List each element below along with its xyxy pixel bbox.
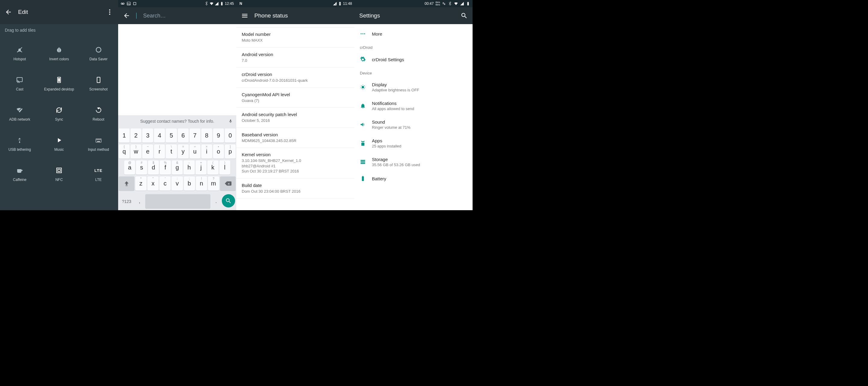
status-item[interactable]: Baseband versionMDM9625_104438.245.02.85… <box>236 128 354 148</box>
keyboard-key-e[interactable]: ~e <box>142 144 153 159</box>
keyboard-space-key[interactable] <box>145 194 210 208</box>
phone-status-panel: N 11:48 Phone status Model numberMoto MA… <box>236 0 354 210</box>
keyboard-key-d[interactable]: $d <box>148 160 159 175</box>
tile-reboot[interactable]: Reboot <box>79 99 118 129</box>
keyboard-key-g[interactable]: &g <box>172 160 183 175</box>
tile-screenshot[interactable]: Screenshot <box>79 69 118 99</box>
keyboard-key-x[interactable]: "x <box>147 176 158 190</box>
status-item[interactable]: Model numberMoto MAXX <box>236 27 354 48</box>
keyboard-key-n[interactable]: !n <box>196 176 207 190</box>
settings-item-storage[interactable]: Storage35.56 GB of 53.26 GB used <box>354 153 472 171</box>
keyboard-key-j[interactable]: +j <box>195 160 207 175</box>
tile-adb[interactable]: ADB network <box>0 99 39 129</box>
keyboard-key-z[interactable]: *z <box>135 176 147 190</box>
status-item[interactable]: Android version7.0 <box>236 48 354 68</box>
net-speed: 0b/s 0b/s <box>435 1 440 6</box>
keyboard-key-i[interactable]: ×i <box>201 144 212 159</box>
keyboard-comma-key[interactable]: , <box>135 194 144 208</box>
keyboard-search-key[interactable] <box>222 194 235 207</box>
keyboard-key-7[interactable]: 7 <box>190 128 200 143</box>
keyboard-key-p[interactable]: ]p <box>225 144 236 159</box>
back-icon[interactable] <box>123 12 130 19</box>
page-title: Settings <box>359 12 380 19</box>
status-list[interactable]: Model numberMoto MAXXAndroid version7.0c… <box>236 24 354 210</box>
keyboard-key-2[interactable]: 2 <box>130 128 141 143</box>
settings-item-more[interactable]: More <box>354 27 472 41</box>
page-title: Edit <box>18 9 28 16</box>
settings-item-battery[interactable]: Battery <box>354 171 472 186</box>
keyboard-period-key[interactable]: . <box>212 194 221 208</box>
keyboard-shift-key[interactable] <box>119 176 134 190</box>
keyboard-key-o[interactable]: •o <box>213 144 224 159</box>
keyboard-key-y[interactable]: =y <box>178 144 189 159</box>
keyboard-key-r[interactable]: |r <box>154 144 165 159</box>
tile-keyboard[interactable]: Input method <box>79 129 118 159</box>
settings-item-sound[interactable]: SoundRinger volume at 71% <box>354 115 472 134</box>
tile-nfc[interactable]: NFC <box>39 159 79 189</box>
tile-caffeine[interactable]: Caffeine <box>0 159 39 189</box>
svg-point-0 <box>109 9 110 10</box>
keyboard-suggestion-bar[interactable]: Suggest contact names? Touch for info. <box>118 115 236 127</box>
status-item[interactable]: crDroid versioncrDroidAndroid-7.0.0-2016… <box>236 67 354 88</box>
keyboard-key-4[interactable]: 4 <box>154 128 165 143</box>
keyboard-key-w[interactable]: }w <box>130 144 141 159</box>
keyboard-key-b[interactable]: ;b <box>184 176 195 190</box>
keyboard-key-u[interactable]: ÷u <box>190 144 200 159</box>
settings-item-display[interactable]: DisplayAdaptive brightness is OFF <box>354 78 472 96</box>
status-item[interactable]: CyanogenMod API levelGuava (7) <box>236 88 354 108</box>
settings-item-bell[interactable]: NotificationsAll apps allowed to send <box>354 96 472 115</box>
tile-sync[interactable]: Sync <box>39 99 79 129</box>
svg-rect-41 <box>361 160 365 161</box>
keyboard-key-s[interactable]: #s <box>136 160 147 175</box>
keyboard-key-c[interactable]: 'c <box>159 176 170 190</box>
search-results <box>118 24 236 108</box>
keyboard-backspace-key[interactable] <box>220 176 236 190</box>
keyboard-key-f[interactable]: %f <box>160 160 170 175</box>
tile-music[interactable]: Music <box>39 129 79 159</box>
keyboard-key-h[interactable]: -h <box>184 160 194 175</box>
keyboard-symbols-key[interactable]: ?123 <box>119 194 134 208</box>
keyboard-key-6[interactable]: 6 <box>178 128 189 143</box>
keyboard-key-0[interactable]: 0 <box>225 128 236 143</box>
svg-rect-13 <box>96 139 101 142</box>
tile-invert[interactable]: Invert colors <box>39 38 79 69</box>
settings-list[interactable]: More crDroid crDroid Settings Device Dis… <box>354 24 472 210</box>
keyboard-key-v[interactable]: :v <box>172 176 183 190</box>
svg-point-1 <box>109 11 110 13</box>
battery-icon <box>466 1 470 6</box>
keyboard-key-t[interactable]: \t <box>166 144 177 159</box>
tile-usb[interactable]: USB tethering <box>0 129 39 159</box>
keyboard-key-k[interactable]: (k <box>207 160 218 175</box>
settings-item-apps[interactable]: Apps25 apps installed <box>354 134 472 153</box>
nfc-icon <box>56 167 63 174</box>
keyboard-key-q[interactable]: {q <box>119 144 130 159</box>
status-item[interactable]: Build dateDom Out 30 23:04:00 BRST 2016 <box>236 179 354 199</box>
svg-rect-27 <box>221 2 223 5</box>
keyboard-key-m[interactable]: ?m <box>208 176 219 190</box>
mic-icon[interactable] <box>228 119 233 123</box>
back-icon[interactable] <box>5 8 12 16</box>
keyboard-key-l[interactable]: )l <box>219 160 230 175</box>
status-item[interactable]: Android security patch levelOctober 5, 2… <box>236 108 354 128</box>
search-icon[interactable] <box>461 12 468 19</box>
overflow-icon[interactable] <box>106 8 113 16</box>
tile-lte[interactable]: LTELTE <box>79 159 118 189</box>
svg-rect-8 <box>58 78 60 82</box>
adb-icon <box>16 107 23 114</box>
tile-hotspot[interactable]: Hotspot <box>0 38 39 69</box>
search-input[interactable] <box>143 13 231 19</box>
menu-icon[interactable] <box>241 12 248 19</box>
keyboard-key-3[interactable]: 3 <box>142 128 153 143</box>
svg-point-2 <box>109 13 110 15</box>
tile-datasaver[interactable]: Data Saver <box>79 38 118 69</box>
tile-expanded[interactable]: Expanded desktop <box>39 69 79 99</box>
tile-cast[interactable]: Cast <box>0 69 39 99</box>
keyboard-key-8[interactable]: 8 <box>201 128 212 143</box>
keyboard-key-a[interactable]: @a <box>124 160 135 175</box>
keyboard-key-9[interactable]: 9 <box>213 128 224 143</box>
status-item[interactable]: Kernel version3.10.104-SliN_BHB27_Kernel… <box>236 148 354 179</box>
tile-label: Expanded desktop <box>44 87 74 91</box>
settings-item-crdroid[interactable]: crDroid Settings <box>354 52 472 67</box>
keyboard-key-5[interactable]: 5 <box>166 128 177 143</box>
keyboard-key-1[interactable]: 1 <box>119 128 130 143</box>
